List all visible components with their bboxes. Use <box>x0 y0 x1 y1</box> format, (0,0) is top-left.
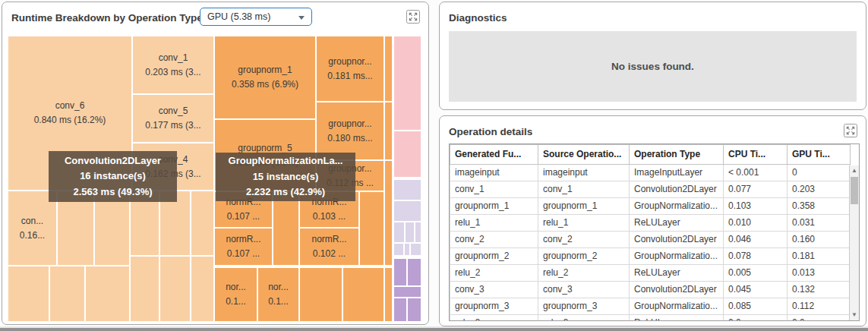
table-cell[interactable]: 0.046 <box>724 232 788 248</box>
treemap-cell-lavender-group[interactable] <box>394 201 421 221</box>
table-cell[interactable]: relu_3 <box>538 315 630 322</box>
table-cell[interactable]: Convolution2DLayer <box>630 181 724 198</box>
treemap-cell-purple-group[interactable] <box>408 298 421 321</box>
table-cell[interactable]: imageinput <box>538 165 630 181</box>
table-cell[interactable]: groupnorm_1 <box>450 198 538 215</box>
treemap-cell-convolution2dlayer[interactable] <box>8 266 49 321</box>
treemap-cell-groupnormalizationlayer[interactable]: normR...0.102 ... <box>300 229 358 265</box>
treemap-cell-groupnormalizationlayer[interactable] <box>360 192 383 265</box>
table-cell[interactable]: 0.358 <box>788 198 851 215</box>
table-cell[interactable]: 0.013 <box>788 265 851 282</box>
treemap-cell-lavender-group[interactable] <box>406 222 414 242</box>
treemap-cell-purple-group[interactable] <box>394 287 421 297</box>
table-row[interactable]: conv_3conv_3Convolution2DLayer0.0450.132 <box>450 282 851 298</box>
treemap-cell-groupnormalizationlayer[interactable] <box>385 268 392 321</box>
scroll-down-icon[interactable]: ▼ <box>850 311 859 319</box>
expand-table-button[interactable] <box>844 124 857 137</box>
column-header[interactable]: Source Operatio... <box>538 145 630 165</box>
treemap-cell-groupnormalizationlayer[interactable]: groupnor...0.181 ms... <box>317 36 383 101</box>
treemap-cell-convolution2dlayer[interactable] <box>86 266 129 321</box>
table-cell[interactable]: conv_3 <box>450 282 538 298</box>
table-cell[interactable]: ReLULayer <box>630 265 724 282</box>
treemap-cell-convolution2dlayer[interactable] <box>95 191 129 265</box>
treemap-cell-purple-group[interactable] <box>394 298 406 321</box>
table-cell[interactable]: 0.045 <box>724 282 788 298</box>
treemap-cell-lavender-group[interactable] <box>394 244 403 255</box>
table-cell[interactable]: relu_2 <box>538 265 630 282</box>
table-cell[interactable]: 0.203 <box>788 181 851 198</box>
treemap-cell-convolution2dlayer[interactable] <box>131 257 159 321</box>
treemap-cell-convolution2dlayer[interactable] <box>191 257 213 321</box>
treemap-cell-convolution2dlayer[interactable]: con...0.16... <box>8 191 56 265</box>
table-cell[interactable]: conv_1 <box>538 181 630 198</box>
table-cell[interactable]: 0.010 <box>724 215 788 232</box>
column-header[interactable]: GPU Ti... <box>788 145 851 165</box>
table-cell[interactable]: conv_2 <box>538 232 630 248</box>
table-cell[interactable]: conv_2 <box>450 232 538 248</box>
table-row[interactable]: relu_1relu_1ReLULayer0.0100.031 <box>450 215 851 232</box>
device-dropdown[interactable]: GPU (5.38 ms) <box>200 8 312 26</box>
treemap-cell-groupnormalizationlayer[interactable]: groupnorm_10.358 ms (6.9%) <box>215 36 315 118</box>
table-cell[interactable]: groupnorm_3 <box>538 298 630 315</box>
treemap-cell-purple-group[interactable] <box>394 259 406 285</box>
treemap-cell-groupnormalizationlayer[interactable] <box>343 268 383 321</box>
table-cell[interactable]: 0.005 <box>724 265 788 282</box>
table-cell[interactable]: 0.181 <box>788 248 851 265</box>
treemap-cell-lavender-group[interactable] <box>405 244 409 255</box>
treemap-cell-groupnormalizationlayer[interactable] <box>385 161 392 265</box>
table-cell[interactable]: groupnorm_2 <box>538 248 630 265</box>
treemap-cell-pink-group[interactable] <box>394 131 421 177</box>
treemap-cell-purple-group[interactable] <box>408 259 421 285</box>
table-cell[interactable]: relu_1 <box>538 215 630 232</box>
table-cell[interactable]: groupnorm_2 <box>450 248 538 265</box>
column-header[interactable]: CPU Ti... <box>724 145 788 165</box>
table-scrollbar[interactable]: ▲ ▼ <box>849 166 859 320</box>
table-cell[interactable]: Convolution2DLayer <box>630 282 724 298</box>
scrollbar-thumb[interactable] <box>851 177 858 204</box>
treemap-cell-convolution2dlayer[interactable] <box>160 257 190 321</box>
table-cell[interactable]: conv_1 <box>450 181 538 198</box>
table-cell[interactable]: GroupNormalizatio... <box>630 198 724 215</box>
table-row[interactable]: conv_2conv_2Convolution2DLayer0.0460.160 <box>450 232 851 248</box>
column-header[interactable]: Generated Fu... <box>450 145 538 165</box>
table-cell[interactable]: 0.160 <box>788 232 851 248</box>
table-cell[interactable]: ReLULayer <box>630 315 724 322</box>
treemap-cell-groupnormalizationlayer[interactable]: normR...0.107 ... <box>215 229 272 265</box>
table-cell[interactable]: conv_3 <box>538 282 630 298</box>
table-cell[interactable]: GroupNormalizatio... <box>630 298 724 315</box>
column-header[interactable]: Operation Type <box>630 145 724 165</box>
table-cell[interactable]: < 0.001 <box>724 165 788 181</box>
table-cell[interactable]: groupnorm_1 <box>538 198 630 215</box>
scroll-up-icon[interactable]: ▲ <box>850 167 859 175</box>
treemap-cell-convolution2dlayer[interactable]: conv_10.203 ms (3... <box>133 36 213 93</box>
table-cell[interactable]: 0.078 <box>724 248 788 265</box>
table-row[interactable]: conv_1conv_1Convolution2DLayer0.0770.203 <box>450 181 851 198</box>
table-cell[interactable]: Convolution2DLayer <box>630 232 724 248</box>
table-cell[interactable]: 0.112 <box>788 298 851 315</box>
table-cell[interactable]: 0.077 <box>724 181 788 198</box>
table-cell[interactable]: relu_1 <box>450 215 538 232</box>
treemap-cell-convolution2dlayer[interactable]: conv_50.177 ms (3... <box>133 95 213 142</box>
table-cell[interactable]: 0.132 <box>788 282 851 298</box>
table-row[interactable]: imageinputimageinputImageInputLayer< 0.0… <box>450 165 851 181</box>
table-row[interactable]: groupnorm_3groupnorm_3GroupNormalizatio.… <box>450 298 851 315</box>
table-row[interactable]: groupnorm_2groupnorm_2GroupNormalizatio.… <box>450 248 851 265</box>
treemap-cell-groupnormalizationlayer[interactable] <box>273 192 298 265</box>
treemap-cell-pink-group[interactable] <box>394 36 421 130</box>
table-row[interactable]: relu_3relu_3ReLULayer0.0...0.0... <box>450 315 851 322</box>
table-cell[interactable]: 0.0... <box>724 315 788 322</box>
table-row[interactable]: relu_2relu_2ReLULayer0.0050.013 <box>450 265 851 282</box>
table-cell[interactable]: 0.103 <box>724 198 788 215</box>
expand-treemap-button[interactable] <box>406 10 420 24</box>
table-cell[interactable]: 0.085 <box>724 298 788 315</box>
table-cell[interactable]: relu_3 <box>450 315 538 322</box>
table-cell[interactable]: GroupNormalizatio... <box>630 248 724 265</box>
table-cell[interactable]: 0.031 <box>788 215 851 232</box>
treemap-cell-groupnormalizationlayer[interactable]: nor...0.1... <box>258 268 298 321</box>
treemap-cell-groupnormalizationlayer[interactable]: groupnor...0.180 ms... <box>317 102 383 159</box>
treemap-cell-lavender-group[interactable] <box>411 244 421 255</box>
table-cell[interactable]: ImageInputLayer <box>630 165 724 181</box>
treemap-cell-convolution2dlayer[interactable] <box>191 191 213 255</box>
treemap-cell-lavender-group[interactable] <box>394 222 404 242</box>
table-cell[interactable]: ReLULayer <box>630 215 724 232</box>
